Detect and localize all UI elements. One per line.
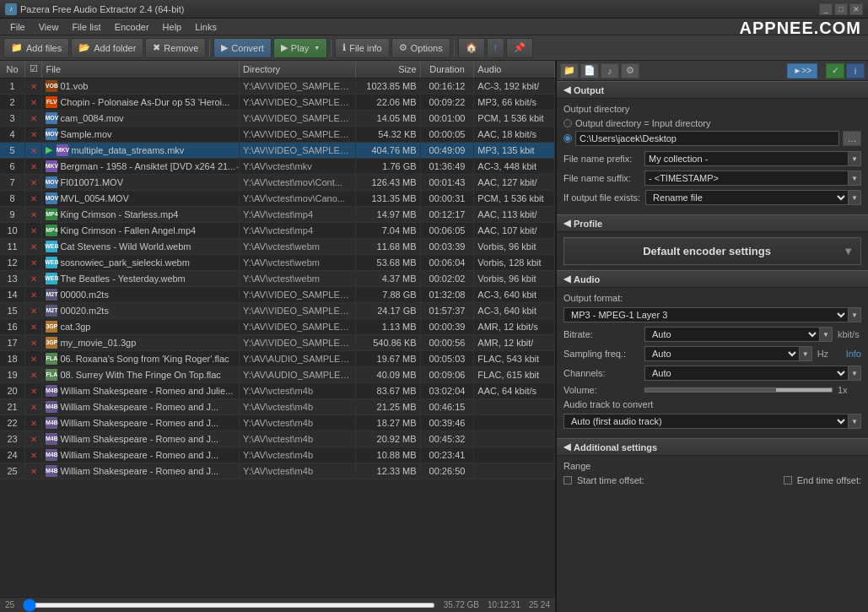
play-button[interactable]: ▶ Play ▼ <box>273 38 327 58</box>
cell-check[interactable]: ✕ <box>25 286 42 302</box>
table-row[interactable]: 16 ✕ 3GP cat.3gp Y:\AV\VIDEO_SAMPLES... … <box>0 318 555 334</box>
cell-check[interactable]: ✕ <box>25 206 42 222</box>
sampling-select[interactable]: Auto ▼ <box>644 346 812 361</box>
cell-check[interactable]: ✕ <box>25 302 42 318</box>
audio-track-input[interactable]: Auto (first audio track) <box>563 414 848 429</box>
table-row[interactable]: 17 ✕ 3GP my_movie_01.3gp Y:\AV\VIDEO_SAM… <box>0 334 555 350</box>
menu-links[interactable]: Links <box>188 20 224 34</box>
cell-check[interactable]: ✕ <box>25 447 42 463</box>
convert-button[interactable]: ▶ Convert <box>213 38 272 58</box>
col-header-size[interactable]: Size <box>356 61 420 78</box>
table-row[interactable]: 20 ✕ M4B William Shakespeare - Romeo and… <box>0 382 555 398</box>
cell-check[interactable]: ✕ <box>25 382 42 398</box>
prefix-input[interactable] <box>644 151 848 166</box>
table-row[interactable]: 22 ✕ M4B William Shakespeare - Romeo and… <box>0 414 555 431</box>
bitrate-drop-arrow[interactable]: ▼ <box>819 327 833 342</box>
table-row[interactable]: 1 ✕ VOB 01.vob Y:\AV\VIDEO_SAMPLES... 10… <box>0 78 555 94</box>
window-controls[interactable]: _ □ ✕ <box>819 3 863 15</box>
cell-check[interactable]: ✕ <box>25 158 42 174</box>
end-time-checkbox[interactable] <box>784 476 792 485</box>
cell-check[interactable]: ✕ <box>25 318 42 334</box>
channels-drop-arrow[interactable]: ▼ <box>848 366 861 381</box>
right-tb-confirm-btn[interactable]: ✓ <box>826 63 844 79</box>
bitrate-input[interactable]: Auto <box>644 327 819 342</box>
col-header-audio[interactable]: Audio <box>474 61 555 78</box>
menu-help[interactable]: Help <box>156 20 189 34</box>
profile-drop-arrow[interactable]: ▼ <box>843 245 854 257</box>
sampling-input[interactable]: Auto <box>644 346 799 361</box>
table-row[interactable]: 3 ✕ MOV cam_0084.mov Y:\AV\VIDEO_SAMPLES… <box>0 110 555 126</box>
table-row[interactable]: 7 ✕ MOV FI010071.MOV Y:\AV\vctest\mov\Co… <box>0 174 555 190</box>
table-row[interactable]: 14 ✕ M2T 00000.m2ts Y:\AV\VIDEO_SAMPLES.… <box>0 286 555 302</box>
cell-check[interactable]: ✕ <box>25 190 42 206</box>
volume-slider[interactable] <box>644 387 833 393</box>
table-row[interactable]: 5 ✕ ▶ MKV multiple_data_streams.mkv Y:\A… <box>0 142 555 158</box>
cell-check[interactable]: ✕ <box>25 254 42 270</box>
cell-check[interactable]: ✕ <box>25 270 42 286</box>
if-exists-select[interactable]: Rename file ▼ <box>645 190 861 205</box>
menu-filelist[interactable]: File list <box>65 20 107 34</box>
cell-check[interactable]: ✕ <box>25 366 42 382</box>
table-row[interactable]: 8 ✕ MOV MVL_0054.MOV Y:\AV\vctest\mov\Ca… <box>0 190 555 206</box>
col-header-duration[interactable]: Duration <box>420 61 474 78</box>
info-link[interactable]: Info <box>846 349 861 359</box>
cell-check[interactable]: ✕ <box>25 463 42 479</box>
col-header-file[interactable]: File <box>42 61 240 78</box>
play-dropdown-arrow[interactable]: ▼ <box>314 45 320 51</box>
format-select[interactable]: MP3 - MPEG-1 Layer 3 ▼ <box>563 307 861 322</box>
right-tb-file-btn[interactable]: 📄 <box>580 63 599 79</box>
prefix-select[interactable]: ▼ <box>644 151 861 166</box>
additional-section-header[interactable]: ◀ Additional settings <box>557 438 868 456</box>
table-row[interactable]: 2 ✕ FLV Chopin - Polonaise As-Dur op 53 … <box>0 94 555 110</box>
menu-encoder[interactable]: Encoder <box>108 20 156 34</box>
table-row[interactable]: 6 ✕ MKV Bergman - 1958 - Ansiktet [DVD x… <box>0 158 555 174</box>
suffix-select[interactable]: ▼ <box>644 171 861 186</box>
table-row[interactable]: 12 ✕ WEB sosnowiec_park_sielecki.webm Y:… <box>0 254 555 270</box>
channels-input[interactable]: Auto <box>644 366 848 381</box>
remove-button[interactable]: ✖ Remove <box>145 38 206 58</box>
cell-check[interactable]: ✕ <box>25 94 42 110</box>
right-tb-info-btn[interactable]: i <box>846 63 865 79</box>
table-row[interactable]: 19 ✕ FLA 08. Surrey With The Fringe On T… <box>0 366 555 382</box>
cell-check[interactable]: ✕ <box>25 431 42 447</box>
facebook-button[interactable]: f <box>487 38 504 58</box>
audio-section-header[interactable]: ◀ Audio <box>557 270 868 288</box>
if-exists-input[interactable]: Rename file <box>645 190 848 205</box>
table-row[interactable]: 13 ✕ WEB The Beatles - Yesterday.webm Y:… <box>0 270 555 286</box>
close-button[interactable]: ✕ <box>849 3 863 15</box>
col-header-directory[interactable]: Directory <box>240 61 356 78</box>
table-row[interactable]: 4 ✕ MOV Sample.mov Y:\AV\VIDEO_SAMPLES..… <box>0 126 555 142</box>
maximize-button[interactable]: □ <box>834 3 848 15</box>
profile-section-header[interactable]: ◀ Profile <box>557 214 868 232</box>
menu-view[interactable]: View <box>32 20 66 34</box>
cell-check[interactable]: ✕ <box>25 398 42 414</box>
format-drop-arrow[interactable]: ▼ <box>848 307 861 322</box>
start-time-checkbox[interactable] <box>563 476 572 485</box>
table-row[interactable]: 25 ✕ M4B William Shakespeare - Romeo and… <box>0 463 555 479</box>
radio-input-dir[interactable] <box>563 119 572 127</box>
add-folder-button[interactable]: 📂 Add folder <box>71 38 143 58</box>
file-table-scroll[interactable]: No ☑ File Directory Size Duration Audio … <box>0 61 555 597</box>
right-tb-arrow-btn[interactable]: ►>> <box>787 63 817 79</box>
right-tb-music-btn[interactable]: ♪ <box>601 63 619 79</box>
cell-check[interactable]: ✕ <box>25 414 42 431</box>
profile-box[interactable]: Default encoder settings ▼ <box>563 237 861 265</box>
if-exists-drop-arrow[interactable]: ▼ <box>848 190 861 205</box>
audio-track-drop-arrow[interactable]: ▼ <box>848 414 861 429</box>
table-row[interactable]: 24 ✕ M4B William Shakespeare - Romeo and… <box>0 447 555 463</box>
cell-check[interactable]: ✕ <box>25 110 42 126</box>
minimize-button[interactable]: _ <box>819 3 833 15</box>
cell-check[interactable]: ✕ <box>25 142 42 158</box>
output-dir-option1[interactable]: Output directory = Input directory <box>563 118 861 128</box>
pin-button[interactable]: 📌 <box>506 38 533 58</box>
cell-check[interactable]: ✕ <box>25 350 42 366</box>
suffix-drop-arrow[interactable]: ▼ <box>848 171 861 186</box>
table-row[interactable]: 9 ✕ MP4 King Crimson - Starless.mp4 Y:\A… <box>0 206 555 222</box>
right-tb-folder-btn[interactable]: 📁 <box>560 63 579 79</box>
file-info-button[interactable]: ℹ File info <box>335 38 390 58</box>
cell-check[interactable]: ✕ <box>25 126 42 142</box>
channels-select[interactable]: Auto ▼ <box>644 366 861 381</box>
cell-check[interactable]: ✕ <box>25 238 42 254</box>
table-row[interactable]: 18 ✕ FLA 06. Roxana's Song from 'King Ro… <box>0 350 555 366</box>
bitrate-select[interactable]: Auto ▼ <box>644 327 833 342</box>
